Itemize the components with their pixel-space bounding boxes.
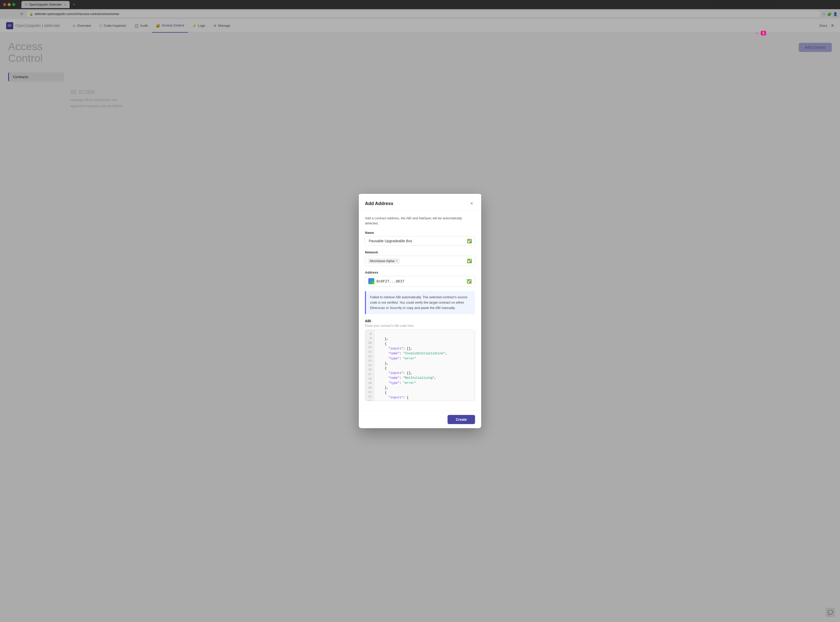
address-form-group: Address 0x9F27...d637 ✅ ← 5 <box>365 270 475 287</box>
abi-label: ABI <box>365 319 475 323</box>
network-tag: Moonbase Alpha × <box>368 258 400 264</box>
name-check-icon: ✅ <box>467 239 472 244</box>
address-value: 0x9F27...d637 <box>376 279 464 283</box>
add-address-modal: Add Address × Add a contract address, th… <box>359 194 481 428</box>
address-check-icon: ✅ <box>467 279 472 284</box>
address-avatar <box>368 278 374 284</box>
address-input[interactable]: 0x9F27...d637 ✅ <box>365 276 475 287</box>
abi-form-group: ABI Paste your contract's ABI code here.… <box>365 319 475 401</box>
abi-placeholder-text: Paste your contract's ABI code here. <box>365 324 475 328</box>
line-numbers: 8 9 10 11 12 13 14 15 16 17 18 <box>365 330 374 401</box>
name-input[interactable] <box>365 236 475 246</box>
name-input-wrapper: ✅ ← 3 <box>365 236 475 246</box>
abi-code-block: 8 9 10 11 12 13 14 15 16 17 18 <box>365 330 475 401</box>
network-tag-remove[interactable]: × <box>396 259 397 262</box>
modal-body: Add a contract address, the ABI and NatS… <box>359 210 481 410</box>
name-form-group: Name ✅ ← 3 <box>365 231 475 246</box>
modal-title: Add Address <box>365 201 393 206</box>
modal-header: Add Address × <box>359 194 481 210</box>
modal-close-button[interactable]: × <box>468 200 475 207</box>
address-label: Address <box>365 270 475 274</box>
create-button[interactable]: Create <box>447 415 475 424</box>
warning-text: Failed to retrieve ABI automatically. Th… <box>370 295 471 311</box>
network-input[interactable]: Moonbase Alpha × <box>365 256 475 266</box>
modal-footer: Create ← 7 <box>359 411 481 428</box>
abi-editor[interactable]: 8 9 10 11 12 13 14 15 16 17 18 <box>365 329 475 401</box>
modal-overlay[interactable]: Add Address × Add a contract address, th… <box>0 0 840 622</box>
app: OZ OpenZeppelin | defender ⊙ Overview ⬡ … <box>0 19 840 622</box>
abi-code-content[interactable]: }, { "inputs": [], "name": "InvalidIniti… <box>374 330 475 401</box>
warning-box: Failed to retrieve ABI automatically. Th… <box>365 291 475 314</box>
name-label: Name <box>365 231 475 235</box>
network-label: Network <box>365 250 475 254</box>
network-tag-text: Moonbase Alpha <box>370 259 394 263</box>
modal-description: Add a contract address, the ABI and NatS… <box>365 216 475 226</box>
network-check-icon: ✅ <box>467 259 472 263</box>
network-form-group: Network Moonbase Alpha × ✅ ← 4 <box>365 250 475 266</box>
